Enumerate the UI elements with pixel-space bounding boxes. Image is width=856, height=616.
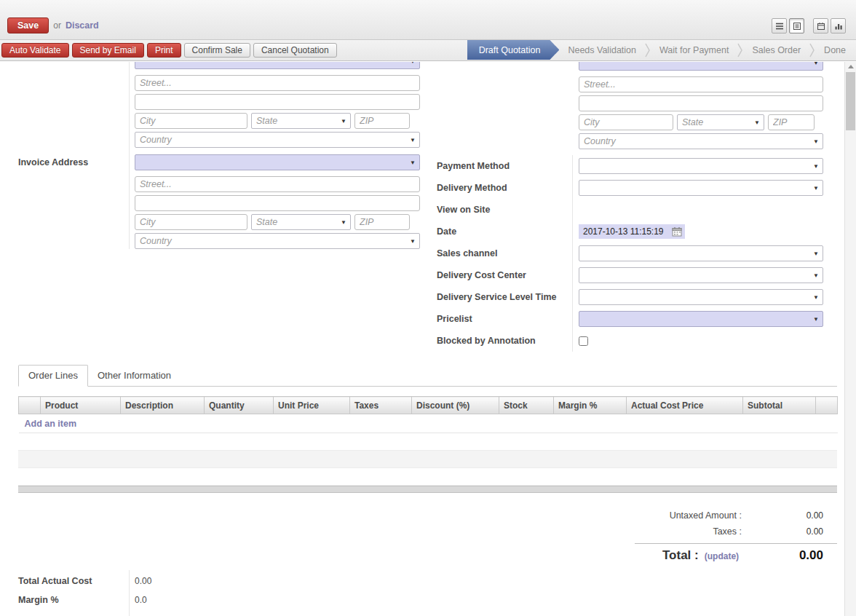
col-stock[interactable]: Stock <box>499 397 554 414</box>
status-step-done[interactable]: Done <box>815 40 856 60</box>
chevron-down-icon: ▼ <box>813 316 819 323</box>
customer-select[interactable]: ▼ <box>135 62 420 69</box>
street-input[interactable] <box>579 76 823 92</box>
col-product[interactable]: Product <box>41 397 121 414</box>
payment-method-row: Payment Method ▼ <box>437 155 833 177</box>
col-subtotal[interactable]: Subtotal <box>743 397 816 414</box>
city-input[interactable] <box>135 113 247 129</box>
zip-input[interactable] <box>354 113 410 129</box>
blocked-by-annotation-checkbox[interactable] <box>579 336 588 346</box>
graph-view-icon[interactable] <box>831 18 846 33</box>
form-sheet: ▼ State▼ Country▼ Invoice Address ▼ Stat… <box>0 62 844 616</box>
margin-value: 0.0 <box>135 595 147 605</box>
discard-link[interactable]: Discard <box>66 20 99 31</box>
delivery-service-level-time-select[interactable]: ▼ <box>579 289 823 305</box>
pricelist-row: Pricelist ▼ <box>437 308 833 330</box>
status-step-draft-quotation[interactable]: Draft Quotation <box>467 40 560 60</box>
tab-other-information[interactable]: Other Information <box>88 366 181 386</box>
statusbar: Draft Quotation Needs Validation Wait fo… <box>467 40 856 60</box>
topbar: Save or Discard <box>0 0 856 40</box>
delivery-cost-center-select[interactable]: ▼ <box>579 267 823 283</box>
country-select[interactable]: Country▼ <box>135 233 420 249</box>
confirm-sale-button[interactable]: Confirm Sale <box>184 43 250 58</box>
totals-divider <box>635 543 837 544</box>
invoice-address-select[interactable]: ▼ <box>135 154 420 170</box>
list-horizontal-scrollbar[interactable] <box>18 486 837 493</box>
status-step-needs-validation[interactable]: Needs Validation <box>559 40 645 60</box>
delivery-method-select[interactable]: ▼ <box>579 180 823 196</box>
sales-channel-select[interactable]: ▼ <box>579 245 823 261</box>
or-label: or <box>53 20 61 31</box>
col-description[interactable]: Description <box>121 397 205 414</box>
state-select[interactable]: State▼ <box>677 114 764 130</box>
chevron-down-icon: ▼ <box>754 119 760 126</box>
order-lines-header-row: Product Description Quantity Unit Price … <box>19 397 838 414</box>
scrollbar-up-arrow[interactable] <box>848 65 854 68</box>
chevron-down-icon: ▼ <box>341 118 346 125</box>
country-select[interactable]: Country▼ <box>579 133 823 149</box>
city-input[interactable] <box>135 214 247 230</box>
save-discard-group: Save or Discard <box>7 17 99 33</box>
notebook-tabs: Order Lines Other Information <box>18 364 837 387</box>
col-margin[interactable]: Margin % <box>554 397 627 414</box>
add-item-row: Add an item <box>19 414 838 433</box>
street2-input[interactable] <box>135 195 420 211</box>
update-total-link[interactable]: (update) <box>705 551 739 561</box>
country-select[interactable]: Country▼ <box>135 132 420 148</box>
label-column-separator <box>129 62 130 249</box>
taxes-value: 0.00 <box>742 526 837 537</box>
notebook: Order Lines Other Information Product De… <box>18 364 837 563</box>
tab-order-lines[interactable]: Order Lines <box>18 365 88 387</box>
header-select-cell <box>19 397 41 414</box>
chevron-down-icon: ▼ <box>813 272 819 279</box>
chevron-down-icon: ▼ <box>341 219 346 226</box>
vertical-scrollbar[interactable] <box>844 62 856 616</box>
col-actual-cost-price[interactable]: Actual Cost Price <box>627 397 743 414</box>
col-discount[interactable]: Discount (%) <box>412 397 499 414</box>
view-on-site-row: View on Site <box>437 199 833 221</box>
cancel-quotation-button[interactable]: Cancel Quotation <box>253 43 337 58</box>
list-view-icon[interactable] <box>772 18 787 33</box>
scrollbar-thumb[interactable] <box>846 72 855 130</box>
status-step-wait-for-payment[interactable]: Wait for Payment <box>651 40 737 60</box>
calendar-view-icon[interactable] <box>813 18 828 33</box>
print-button[interactable]: Print <box>147 43 181 58</box>
calendar-icon[interactable] <box>672 226 683 237</box>
margin-row: Margin % 0.0 <box>18 591 420 609</box>
state-select[interactable]: State▼ <box>251 113 351 129</box>
view-on-site-label: View on Site <box>437 205 490 215</box>
order-lines-table: Product Description Quantity Unit Price … <box>18 396 838 433</box>
add-an-item-link[interactable]: Add an item <box>25 419 77 429</box>
chevron-down-icon: ▼ <box>410 159 416 166</box>
col-unit-price[interactable]: Unit Price <box>274 397 350 414</box>
status-step-sales-order[interactable]: Sales Order <box>743 40 809 60</box>
pricelist-select[interactable]: ▼ <box>579 311 823 327</box>
form-view-icon[interactable] <box>789 18 804 33</box>
bottom-fields: Total Actual Cost 0.00 Margin % 0.0 <box>18 572 420 609</box>
street-input[interactable] <box>135 176 420 192</box>
pricelist-label: Pricelist <box>437 314 472 324</box>
state-select[interactable]: State▼ <box>251 214 351 230</box>
total-actual-cost-value: 0.00 <box>135 576 151 586</box>
city-input[interactable] <box>579 114 673 130</box>
header-end-cell <box>816 397 838 414</box>
sales-channel-label: Sales channel <box>437 248 497 258</box>
zip-input[interactable] <box>768 114 815 130</box>
col-taxes[interactable]: Taxes <box>350 397 412 414</box>
col-quantity[interactable]: Quantity <box>205 397 274 414</box>
untaxed-amount-row: Untaxed Amount : 0.00 <box>635 508 837 524</box>
taxes-label: Taxes : <box>635 526 742 537</box>
send-by-email-button[interactable]: Send by Email <box>72 43 144 58</box>
save-button[interactable]: Save <box>7 17 49 33</box>
city-state-zip-row: State▼ <box>135 113 420 129</box>
auto-validate-button[interactable]: Auto Validate <box>1 43 69 58</box>
payment-method-select[interactable]: ▼ <box>579 158 823 174</box>
date-input[interactable]: 2017-10-13 11:15:19 <box>579 224 685 239</box>
zip-input[interactable] <box>354 214 410 230</box>
delivery-address-select[interactable]: ▼ <box>579 62 823 71</box>
total-actual-cost-label: Total Actual Cost <box>18 576 135 586</box>
total-label: Total : <box>662 548 699 563</box>
street2-input[interactable] <box>135 94 420 110</box>
street2-input[interactable] <box>579 95 823 111</box>
street-input[interactable] <box>135 75 420 91</box>
